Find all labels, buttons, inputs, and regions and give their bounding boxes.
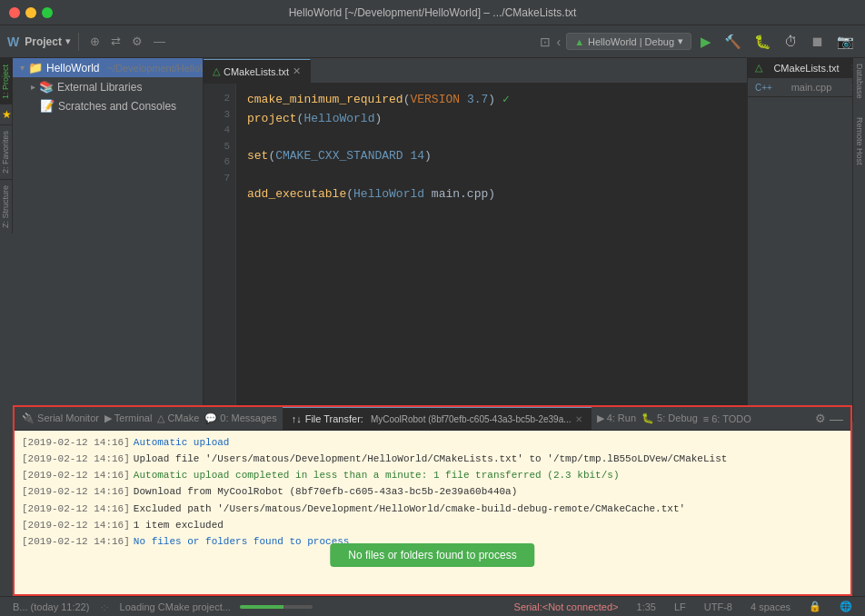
status-position[interactable]: 1:35 (631, 601, 661, 612)
status-bar: B... (today 11:22) ·:· Loading CMake pro… (0, 596, 865, 616)
status-line-ending[interactable]: LF (669, 601, 691, 612)
sync-icon[interactable]: ⇄ (107, 33, 124, 50)
vtab-structure[interactable]: Z: Structure (0, 179, 12, 233)
sidebar-scratches-label: Scratches and Consoles (58, 100, 176, 113)
left-vertical-tabs: 1: Project ★ 2: Favorites Z: Structure (0, 58, 13, 233)
build-button[interactable]: 🔨 (721, 32, 745, 52)
log-time-7: [2019-02-12 14:16] (22, 533, 130, 550)
bp-collapse-icon[interactable]: — (830, 411, 843, 426)
traffic-lights[interactable] (9, 7, 53, 18)
app-logo: W (7, 35, 19, 49)
debug-button[interactable]: 🐛 (751, 32, 775, 52)
log-time-3: [2019-02-12 14:16] (22, 467, 130, 483)
status-encoding[interactable]: UTF-8 (699, 601, 738, 612)
close-button[interactable] (9, 7, 20, 18)
status-loading: Loading CMake project... (114, 601, 236, 612)
log-line-6: [2019-02-12 14:16] 1 item excluded (22, 517, 843, 533)
status-serial[interactable]: Serial:<Not connected> (509, 601, 624, 612)
right-tab-maincpp[interactable]: C++ main.cpp ✕ (748, 78, 865, 97)
code-line-5: set(CMAKE_CXX_STANDARD 14) (247, 147, 736, 166)
scratch-icon: 📝 (40, 99, 55, 113)
log-text-7: No files or folders found to process (134, 533, 350, 550)
toolbar-right: ⊡ ‹ ▲ HelloWorld | Debug ▾ ▶ 🔨 🐛 ⏱ ⏹ 📷 (540, 32, 858, 52)
run-config-label: HelloWorld | Debug (588, 36, 674, 47)
bp-serial-monitor-tab[interactable]: 🔌 Serial Monitor (22, 412, 99, 424)
status-progress-fill (240, 605, 283, 609)
tab-cmakelists[interactable]: △ CMakeLists.txt ✕ (204, 59, 311, 83)
log-line-4: [2019-02-12 14:16] Download from MyCoolR… (22, 483, 843, 500)
stop-button[interactable]: ⏹ (807, 32, 828, 51)
log-time-2: [2019-02-12 14:16] (22, 451, 130, 467)
run-config-arrow[interactable]: ▾ (678, 35, 683, 47)
run-config-selector[interactable]: ▲ HelloWorld | Debug ▾ (566, 33, 691, 50)
project-label: Project (25, 35, 62, 48)
maximize-button[interactable] (42, 7, 53, 18)
sidebar-helloworld-path: ~/Development/HelloWorld (106, 63, 204, 74)
log-time-4: [2019-02-12 14:16] (22, 483, 130, 500)
code-line-7: add_executable(HelloWorld main.cpp) (247, 185, 736, 204)
line-num-2: 2 (209, 91, 230, 107)
project-folder-icon: 📁 (28, 61, 43, 75)
bp-run-tab[interactable]: ▶ 4: Run (597, 412, 636, 424)
log-line-5: [2019-02-12 14:16] Excluded path '/Users… (22, 501, 843, 517)
overlay-message: No files or folders found to process (330, 543, 534, 567)
layout-icon[interactable]: ⊡ (540, 35, 551, 49)
project-dropdown-arrow[interactable]: ▾ (65, 35, 71, 47)
bp-filetransfer-close[interactable]: ✕ (575, 414, 582, 424)
add-icon[interactable]: ⊕ (86, 33, 104, 50)
sidebar-helloworld-label: HelloWorld (46, 62, 99, 75)
bottom-log-content: [2019-02-12 14:16] Automatic upload [201… (15, 431, 850, 594)
bottom-panel: 🔌 Serial Monitor ▶ Terminal △ CMake 💬 0:… (13, 405, 852, 596)
title-bar: HelloWorld [~/Development/HelloWorld] – … (0, 0, 865, 25)
tab-cmakelists-close[interactable]: ✕ (293, 65, 301, 77)
run-button[interactable]: ▶ (697, 32, 715, 52)
code-line-2: cmake_minimum_required(VERSION 3.7) ✓ (247, 91, 736, 110)
log-text-2: Upload file '/Users/matous/Development/H… (134, 451, 728, 467)
code-line-4 (247, 129, 736, 148)
bp-debug-tab[interactable]: 🐛 5: Debug (641, 412, 698, 424)
status-dot: ·:· (100, 601, 108, 612)
sidebar-item-external-libraries[interactable]: ▸ 📚 External Libraries (13, 77, 203, 96)
line-num-5: 5 (209, 139, 230, 155)
toolbar: W Project ▾ ⊕ ⇄ ⚙ — ⊡ ‹ ▲ HelloWorld | D… (0, 25, 865, 58)
line-num-7: 7 (209, 171, 230, 187)
run-config-icon: ▲ (574, 36, 584, 47)
status-globe-icon[interactable]: 🌐 (834, 601, 858, 612)
right-tab-cmakelists[interactable]: △ CMakeLists.txt ✕ (748, 58, 865, 78)
status-right: Serial:<Not connected> 1:35 LF UTF-8 4 s… (509, 601, 858, 612)
folder-arrow-helloworld: ▾ (20, 63, 25, 73)
log-text-5: Excluded path '/Users/matous/Development… (134, 501, 685, 517)
status-indent[interactable]: 4 spaces (745, 601, 796, 612)
vtab-remote-host[interactable]: Remote Host (853, 112, 865, 171)
sidebar-item-helloworld[interactable]: ▾ 📁 HelloWorld ~/Development/HelloWorld (13, 58, 203, 77)
vtab-favorites-star[interactable]: ★ (0, 104, 12, 124)
vtab-favorites[interactable]: 2: Favorites (0, 124, 12, 179)
status-lock-icon[interactable]: 🔒 (803, 601, 827, 612)
nav-back-icon[interactable]: ‹ (556, 35, 561, 49)
window-title: HelloWorld [~/Development/HelloWorld] – … (289, 6, 577, 19)
collapse-icon[interactable]: — (150, 33, 169, 50)
minimize-button[interactable] (25, 7, 36, 18)
settings-icon[interactable]: ⚙ (128, 33, 146, 50)
rt-cpp-icon: C++ (755, 83, 772, 93)
sidebar-item-scratches[interactable]: 📝 Scratches and Consoles (13, 96, 203, 115)
log-text-3: Automatic upload completed in less than … (134, 467, 620, 483)
bottom-panel-tabs: 🔌 Serial Monitor ▶ Terminal △ CMake 💬 0:… (15, 407, 850, 431)
profile-button[interactable]: ⏱ (780, 32, 801, 51)
bp-messages-tab[interactable]: 💬 0: Messages (204, 412, 276, 424)
vtab-project[interactable]: 1: Project (0, 58, 12, 104)
folder-arrow-ext: ▸ (31, 82, 35, 92)
log-text-6: 1 item excluded (134, 517, 224, 533)
status-branch[interactable]: B... (today 11:22) (7, 601, 94, 612)
rt-cmake-icon: △ (755, 62, 762, 74)
vtab-database[interactable]: Database (853, 58, 865, 104)
bp-settings-icon[interactable]: ⚙ (815, 412, 826, 425)
bp-cmake-tab[interactable]: △ CMake (157, 412, 199, 424)
bp-filetransfer-icon: ↑↓ (292, 413, 302, 424)
code-line-3: project(HelloWorld) (247, 110, 736, 129)
bp-todo-tab[interactable]: ≡ 6: TODO (703, 413, 751, 424)
bp-terminal-tab[interactable]: ▶ Terminal (104, 412, 152, 424)
status-left: B... (today 11:22) ·:· Loading CMake pro… (7, 601, 509, 612)
camera-button[interactable]: 📷 (833, 32, 858, 52)
bp-filetransfer-tab[interactable]: ↑↓ File Transfer: MyCoolRobot (8bf70efb-… (283, 407, 592, 430)
